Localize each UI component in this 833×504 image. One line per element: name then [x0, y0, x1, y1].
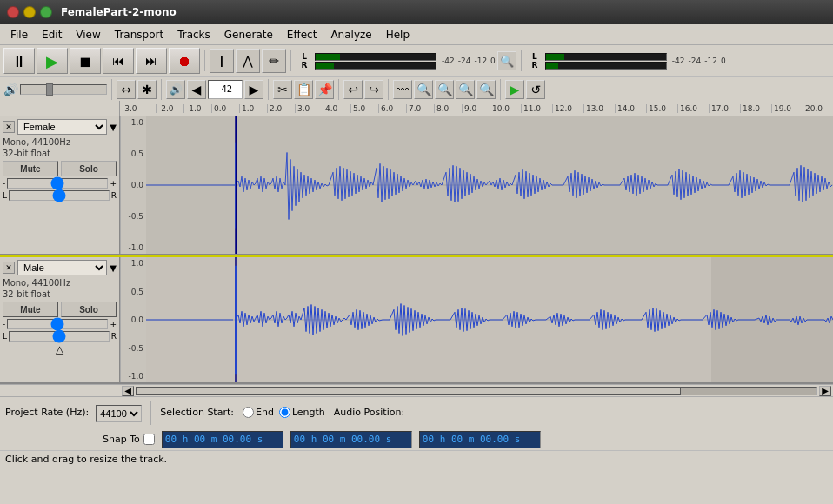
menu-view[interactable]: View	[69, 27, 107, 43]
scroll-track[interactable]	[136, 387, 817, 395]
male-gain-plus: +	[110, 320, 117, 328]
menu-effect[interactable]: Effect	[280, 27, 324, 43]
time-3: 3.0	[296, 104, 323, 113]
maximize-button[interactable]	[40, 6, 52, 18]
snap-to-label: Snap To	[103, 434, 140, 445]
snap-to-group: Snap To	[103, 434, 155, 445]
zoom-in-icon[interactable]: 🔍	[497, 51, 516, 70]
pause-button[interactable]: ⏸	[3, 48, 35, 74]
envelope-tool[interactable]: ⋀	[236, 49, 260, 73]
sep4	[111, 79, 112, 100]
time-15: 15.0	[647, 104, 678, 113]
zoom-out-tool[interactable]: 🔍	[414, 80, 433, 99]
time-display-1[interactable]: 00 h 00 m 00.00 s	[162, 431, 283, 448]
titlebar-buttons[interactable]	[7, 6, 52, 18]
female-track-dropdown-arrow[interactable]: ▼	[110, 123, 117, 132]
draw-mode[interactable]: 〰	[393, 80, 412, 99]
male-mute-button[interactable]: Mute	[3, 302, 58, 317]
sep8	[388, 79, 389, 100]
sep9	[500, 79, 501, 100]
playback-rate-up[interactable]: ▶	[244, 80, 263, 99]
female-waveform[interactable]	[146, 116, 833, 254]
male-solo-button[interactable]: Solo	[61, 302, 117, 317]
female-pan-slider[interactable]	[9, 190, 110, 201]
draw-tool[interactable]: ✏	[262, 49, 286, 73]
time-8: 8.0	[435, 104, 463, 113]
zoom-fit-track[interactable]: 🔍	[476, 80, 496, 99]
male-yaxis-05: 0.5	[131, 288, 143, 296]
male-waveform[interactable]	[146, 257, 833, 382]
play-at-speed[interactable]: ▶	[505, 80, 524, 99]
main-volume-slider[interactable]	[20, 84, 107, 95]
female-mute-button[interactable]: Mute	[3, 161, 58, 176]
male-track-name-select[interactable]: Male	[17, 260, 107, 275]
project-rate-select[interactable]: 44100	[96, 405, 142, 422]
male-track-dropdown-arrow[interactable]: ▼	[110, 263, 117, 273]
male-waveform-svg	[146, 257, 833, 382]
female-solo-button[interactable]: Solo	[61, 161, 117, 176]
female-pan-r-label: R	[111, 191, 117, 200]
loop-tool[interactable]: ↺	[526, 80, 545, 99]
skip-back-button[interactable]: ⏮	[103, 48, 134, 74]
time-neg3: -3.0	[120, 104, 157, 113]
menu-generate[interactable]: Generate	[217, 27, 280, 43]
male-gain-minus: -	[3, 320, 5, 328]
time-5: 5.0	[351, 104, 379, 113]
menu-analyze[interactable]: Analyze	[323, 27, 378, 43]
menu-edit[interactable]: Edit	[35, 27, 69, 43]
male-yaxis-m1: -1.0	[128, 372, 143, 381]
copy-tool[interactable]: 📋	[294, 80, 313, 99]
female-track-name-select[interactable]: Female	[17, 119, 107, 135]
zoom-sel-tool[interactable]: 🔍	[456, 80, 475, 99]
window-title: FemalePart-2-mono	[61, 6, 177, 18]
play-button[interactable]: ▶	[37, 48, 68, 74]
snap-to-checkbox[interactable]	[143, 434, 155, 445]
male-gain-slider[interactable]	[7, 319, 108, 329]
scroll-right-button[interactable]: ▶	[819, 386, 831, 396]
playback-speed-icon[interactable]: 🔊	[166, 80, 185, 99]
tracks-container: ✕ Female ▼ Mono, 44100Hz 32-bit float Mu…	[0, 116, 833, 384]
menu-file[interactable]: File	[3, 27, 35, 43]
male-track-header: ✕ Male ▼	[3, 260, 117, 275]
female-yaxis-1: 1.0	[131, 118, 143, 127]
time-display-2[interactable]: 00 h 00 m 00.00 s	[290, 431, 412, 448]
end-radio-option[interactable]: End	[243, 407, 274, 418]
scroll-thumb[interactable]	[137, 388, 681, 395]
male-track-close[interactable]: ✕	[3, 262, 15, 274]
undo-button[interactable]: ↩	[343, 80, 363, 99]
end-radio[interactable]	[243, 407, 254, 418]
female-gain-slider[interactable]	[7, 178, 108, 189]
menu-help[interactable]: Help	[379, 27, 416, 43]
female-gain-minus: -	[3, 179, 5, 188]
close-button[interactable]	[7, 6, 19, 18]
zoom-in-tool[interactable]: 🔍	[435, 80, 454, 99]
zoom-fit-button[interactable]: ↔	[117, 80, 136, 99]
length-radio-option[interactable]: Length	[279, 407, 325, 418]
separator2	[290, 50, 291, 71]
menu-tracks[interactable]: Tracks	[170, 27, 217, 43]
female-track-close[interactable]: ✕	[3, 121, 15, 133]
selection-tool[interactable]: I	[210, 49, 234, 73]
stop-button[interactable]: ◼	[70, 48, 101, 74]
record-button[interactable]: ⏺	[169, 48, 200, 74]
scroll-left-button[interactable]: ◀	[122, 386, 134, 396]
paste-tool[interactable]: 📌	[315, 80, 334, 99]
minimize-button[interactable]	[23, 6, 36, 18]
input-meter-area: -42-24-120	[315, 53, 496, 70]
redo-button[interactable]: ↪	[364, 80, 383, 99]
time-14: 14.0	[616, 104, 647, 113]
trim-button[interactable]: ✱	[137, 80, 157, 99]
cut-tool[interactable]: ✂	[273, 80, 292, 99]
time-6: 6.0	[379, 104, 407, 113]
project-rate-label: Project Rate (Hz):	[5, 407, 89, 418]
male-pan-slider[interactable]	[9, 331, 110, 342]
playback-rate-down[interactable]: ◀	[187, 80, 206, 99]
length-radio[interactable]	[279, 407, 290, 418]
time-display-3[interactable]: 00 h 00 m 00.00 s	[419, 431, 541, 448]
female-playhead	[236, 116, 237, 254]
menu-transport[interactable]: Transport	[108, 27, 170, 43]
skip-forward-button[interactable]: ⏭	[136, 48, 167, 74]
time-20: 20.0	[803, 104, 833, 113]
horizontal-scrollbar[interactable]: ◀ ▶	[0, 384, 833, 396]
male-track-collapse[interactable]: △	[3, 343, 117, 355]
